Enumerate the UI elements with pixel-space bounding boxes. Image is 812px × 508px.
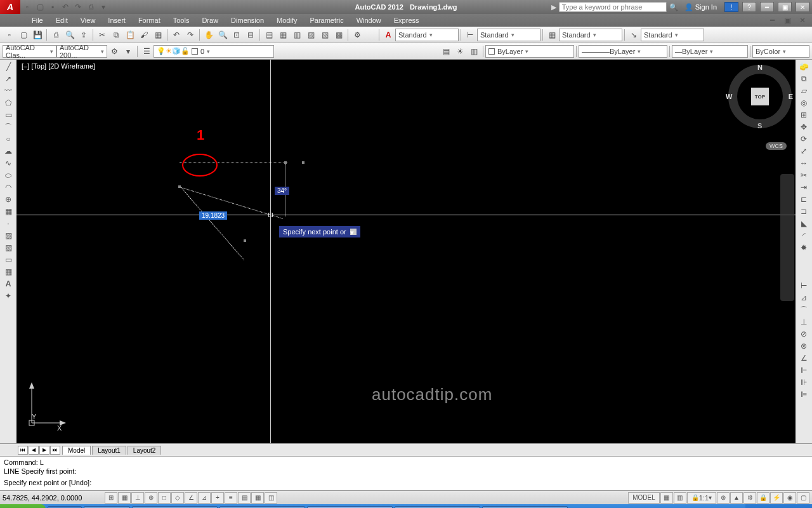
layer-uniso-icon[interactable]: ▥ (467, 45, 481, 58)
chamfer-icon[interactable]: ◣ (797, 218, 811, 229)
tab-model[interactable]: Model (62, 446, 91, 455)
tp-icon[interactable]: ▥ (290, 29, 304, 41)
mleaderstyle-drop[interactable]: Standard (641, 29, 704, 41)
mdi-restore-button[interactable]: ▣ (780, 15, 794, 25)
erase-icon[interactable]: 🧽 (797, 61, 811, 72)
dimaligned-icon[interactable]: ⊿ (797, 292, 811, 304)
dimarc-icon[interactable]: ⌒ (797, 304, 811, 316)
sc-toggle[interactable]: ◫ (265, 492, 277, 504)
model-space-toggle[interactable]: MODEL (628, 492, 660, 504)
line-icon[interactable]: ╱ (1, 61, 15, 72)
viewcube-n[interactable]: N (757, 64, 763, 71)
cleanscreen-icon[interactable]: ▢ (797, 492, 809, 504)
dynamic-length[interactable]: 19.1823 (199, 211, 227, 220)
publish-icon[interactable]: ⇪ (77, 29, 91, 41)
annovis-icon[interactable]: ⊛ (717, 492, 730, 504)
exchange-icon[interactable]: ! (724, 2, 738, 12)
extend-icon[interactable]: ⇥ (797, 182, 811, 193)
cui-icon[interactable]: ⚙ (350, 29, 364, 41)
system-tray[interactable]: 🛡 🔊 😊 6:12 AM (745, 504, 812, 508)
dyn-toggle[interactable]: + (211, 492, 224, 504)
3dosnap-toggle[interactable]: ◇ (171, 492, 184, 504)
zoom-win-icon[interactable]: ⊡ (230, 29, 244, 41)
plotstyle-drop[interactable]: ByColor (752, 45, 809, 58)
qat-undo-icon[interactable]: ↶ (60, 2, 71, 12)
copy-icon[interactable]: ⧉ (109, 29, 123, 41)
tablestyle-drop[interactable]: Standard (559, 29, 622, 41)
snap-toggle[interactable]: ⊞ (105, 492, 117, 504)
tab-layout2[interactable]: Layout2 (128, 446, 162, 455)
menu-dimension[interactable]: Dimension (225, 17, 270, 24)
tab-last-icon[interactable]: ⏭ (50, 446, 60, 455)
ws-save-icon[interactable]: ▾ (121, 45, 135, 58)
textstyle-drop[interactable]: Standard (395, 29, 459, 41)
viewcube-e[interactable]: E (789, 93, 793, 100)
explode-icon[interactable]: ✸ (797, 242, 811, 253)
mirror-icon[interactable]: ▱ (797, 85, 811, 97)
menu-modify[interactable]: Modify (270, 17, 303, 24)
open-icon[interactable]: ▢ (16, 29, 30, 41)
viewcube-w[interactable]: W (726, 93, 732, 100)
insert-icon[interactable]: ⊕ (1, 194, 15, 205)
hatch-icon[interactable]: ▨ (1, 230, 15, 241)
ellipsearc-icon[interactable]: ◠ (1, 182, 15, 193)
ws-switch-icon[interactable]: ⚙ (743, 492, 756, 504)
zoom-prev-icon[interactable]: ⊟ (244, 29, 258, 41)
tablestyle-icon[interactable]: ▦ (545, 29, 559, 41)
dimlinear-icon[interactable]: ⊢ (797, 280, 811, 291)
qp-toggle[interactable]: ▦ (251, 492, 264, 504)
preview-icon[interactable]: 🔍 (63, 29, 77, 41)
app-logo[interactable]: A (0, 0, 20, 14)
dimstyle-icon[interactable]: ⊢ (463, 29, 477, 41)
menu-insert[interactable]: Insert (102, 17, 132, 24)
mdi-minimize-button[interactable]: ━ (765, 15, 779, 25)
layer-props-icon[interactable]: ☰ (140, 45, 154, 58)
qdim-icon[interactable]: ⊩ (797, 364, 811, 376)
viewport-label[interactable]: [–] [Top] [2D Wireframe] (22, 62, 95, 70)
undo-icon[interactable]: ↶ (169, 29, 183, 41)
addsel-icon[interactable]: ✦ (1, 290, 15, 302)
gradient-icon[interactable]: ▧ (1, 242, 15, 253)
restore-button[interactable]: ▣ (778, 2, 792, 12)
command-window[interactable]: Command: L LINE Specify first point: Spe… (0, 456, 812, 490)
join-icon[interactable]: ⊐ (797, 206, 811, 217)
wcs-badge[interactable]: WCS (766, 142, 787, 150)
dimang-icon[interactable]: ∠ (797, 352, 811, 364)
minimize-button[interactable]: ━ (760, 2, 774, 12)
point-icon[interactable]: · (1, 218, 15, 229)
tab-first-icon[interactable]: ⏮ (18, 446, 28, 455)
fillet-icon[interactable]: ◜ (797, 230, 811, 241)
menu-window[interactable]: Window (350, 17, 388, 24)
move-icon[interactable]: ✥ (797, 121, 811, 133)
layer-iso-icon[interactable]: ☀ (453, 45, 467, 58)
xline-icon[interactable]: ↗ (1, 73, 15, 84)
drawing-area[interactable]: [–] [Top] [2D Wireframe] 19.1823 34° Spe… (16, 60, 796, 443)
search-icon[interactable]: 🔍 (669, 3, 678, 11)
scale-icon[interactable]: ⤢ (797, 145, 811, 157)
dc-icon[interactable]: ▦ (276, 29, 290, 41)
menu-edit[interactable]: Edit (49, 17, 74, 24)
ws-settings-icon[interactable]: ⚙ (107, 45, 121, 58)
workspace2-drop[interactable]: AutoCAD 200... (56, 45, 107, 58)
copy2-icon[interactable]: ⧉ (797, 73, 811, 84)
ellipse-icon[interactable]: ⬭ (1, 170, 15, 181)
ssm-icon[interactable]: ▨ (304, 29, 318, 41)
arc-icon[interactable]: ⌒ (1, 121, 15, 133)
dimcont-icon[interactable]: ⊫ (797, 389, 811, 400)
annoauto-icon[interactable]: ▲ (730, 492, 743, 504)
linetype-drop[interactable]: ———— ByLayer (579, 45, 667, 58)
stretch-icon[interactable]: ↔ (797, 157, 811, 169)
region-icon[interactable]: ▭ (1, 254, 15, 265)
start-button[interactable]: start (0, 504, 46, 508)
osnap-toggle[interactable]: □ (158, 492, 171, 504)
menu-view[interactable]: View (74, 17, 102, 24)
qat-save-icon[interactable]: ▪ (47, 2, 58, 12)
navigation-bar[interactable] (780, 174, 794, 301)
menu-format[interactable]: Format (132, 17, 167, 24)
mdi-close-button[interactable]: ✕ (796, 15, 809, 25)
pline-icon[interactable]: 〰 (1, 85, 15, 97)
toolbar-lock-icon[interactable]: 🔒 (757, 492, 769, 504)
cut-icon[interactable]: ✂ (95, 29, 109, 41)
props-icon[interactable]: ▤ (262, 29, 276, 41)
rect-icon[interactable]: ▭ (1, 109, 15, 121)
